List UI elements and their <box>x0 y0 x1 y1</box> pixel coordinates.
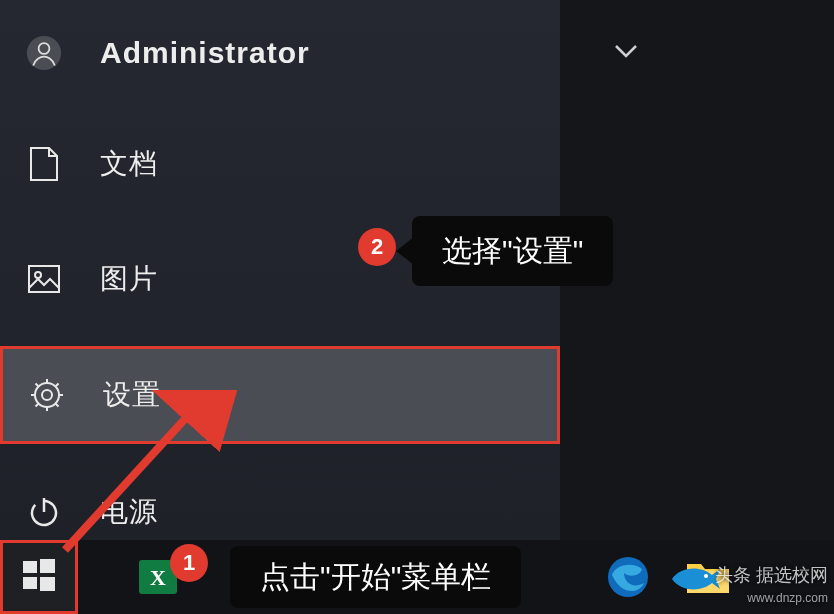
svg-point-4 <box>42 390 52 400</box>
document-icon <box>26 146 62 182</box>
settings-label: 设置 <box>103 376 161 414</box>
svg-point-17 <box>704 574 708 578</box>
svg-rect-8 <box>23 561 37 573</box>
pictures-label: 图片 <box>100 260 158 298</box>
callout-2: 选择"设置" <box>412 216 613 286</box>
callout-2-text: 选择"设置" <box>442 231 583 272</box>
user-icon <box>26 35 62 71</box>
svg-text:X: X <box>150 565 166 590</box>
callout-1: 点击"开始"菜单栏 <box>230 546 521 608</box>
start-button[interactable] <box>0 540 78 614</box>
watermark-text: 头条 据选校网 www.dnzp.com <box>715 565 828 608</box>
svg-rect-11 <box>40 577 55 591</box>
svg-point-5 <box>35 383 59 407</box>
pictures-icon <box>26 261 62 297</box>
svg-rect-10 <box>23 577 37 589</box>
gear-icon <box>29 377 65 413</box>
svg-rect-2 <box>29 266 59 292</box>
chevron-down-icon[interactable] <box>614 44 638 62</box>
power-label: 电源 <box>100 493 158 531</box>
settings-item[interactable]: 设置 <box>0 346 560 444</box>
user-account-item[interactable]: Administrator <box>0 0 560 96</box>
power-icon <box>26 494 62 530</box>
svg-rect-9 <box>40 559 55 573</box>
svg-point-3 <box>35 272 41 278</box>
user-name-label: Administrator <box>100 36 310 70</box>
callout-1-text: 点击"开始"菜单栏 <box>260 557 491 598</box>
documents-item[interactable]: 文档 <box>0 116 560 211</box>
windows-logo-icon <box>21 557 57 597</box>
badge-1: 1 <box>170 544 208 582</box>
taskbar-edge-icon[interactable] <box>598 547 658 607</box>
documents-label: 文档 <box>100 145 158 183</box>
badge-2: 2 <box>358 228 396 266</box>
